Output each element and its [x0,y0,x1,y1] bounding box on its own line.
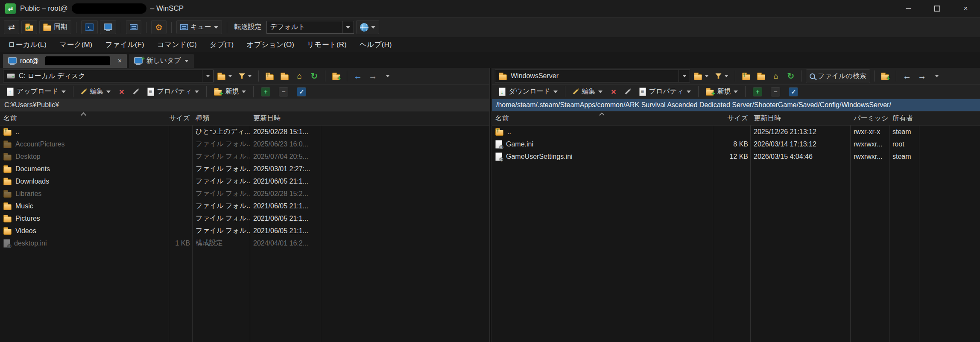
swap-panels-button[interactable]: ⇄ [4,20,19,34]
column-header-modified[interactable]: 更新日時 [250,111,321,125]
remote-delete-button[interactable]: × [607,86,620,98]
column-header-permissions[interactable]: パーミッシ... [850,111,889,125]
file-row[interactable]: Desktopファイル フォル...2025/07/04 20:5... [0,150,489,163]
remote-invert-selection-button[interactable]: ✓ [785,86,802,98]
maximize-button[interactable] [923,0,951,17]
download-icon [499,88,506,96]
remote-bookmark-directory-button[interactable] [878,70,892,82]
toolbar-separator [874,70,875,82]
menu-options[interactable]: オプション(O) [240,37,301,52]
session-tab[interactable]: root@ × [3,54,127,68]
putty-button[interactable] [100,20,116,34]
file-row[interactable]: ..2025/12/26 21:13:12rwxr-xr-xsteam [492,126,980,138]
column-header-type[interactable]: 種類 [192,111,250,125]
menu-commands[interactable]: コマンド(C) [151,37,203,52]
remote-back-button[interactable]: ← [900,70,914,82]
download-button[interactable]: ダウンロード [495,86,562,98]
remote-parent-directory-button[interactable] [739,70,753,82]
local-bookmark-directory-button[interactable] [329,70,343,82]
queue-button[interactable]: キュー [176,20,222,34]
chevron-down-icon [214,26,218,29]
local-root-directory-button[interactable] [278,70,291,82]
local-open-directory-button[interactable] [215,70,235,82]
file-row[interactable]: Documentsファイル フォル...2025/03/01 2:27:... [0,163,489,175]
cell-filler [321,212,489,225]
menu-help[interactable]: ヘルプ(H) [353,37,398,52]
local-parent-directory-button[interactable] [263,70,276,82]
remote-root-directory-button[interactable] [754,70,768,82]
column-header-owner[interactable]: 所有者 [889,111,919,125]
column-header-modified[interactable]: 更新日時 [750,111,850,125]
remote-properties-button[interactable]: プロパティ [635,86,695,98]
local-select-remove-button[interactable]: − [275,86,292,98]
local-invert-selection-button[interactable]: ✓ [293,86,310,98]
new-tab-button[interactable]: 新しいタブ [129,54,194,68]
menu-mark[interactable]: マーク(M) [53,37,99,52]
close-tab-icon[interactable]: × [118,57,122,65]
column-header-size[interactable]: サイズ [169,111,192,125]
file-row[interactable]: Musicファイル フォル...2021/06/05 21:1... [0,200,489,212]
arrow-right-icon: → [918,72,926,80]
file-row[interactable]: Videosファイル フォル...2021/06/05 21:1... [0,225,489,237]
menu-local[interactable]: ローカル(L) [2,37,53,52]
local-properties-button[interactable]: プロパティ [143,86,203,98]
remote-path-bar[interactable]: /home/steam/.steam/SteamApps/common/ARK … [492,99,980,111]
remote-rename-button[interactable] [621,86,635,98]
remote-refresh-button[interactable]: ↻ [784,70,798,82]
upload-button[interactable]: アップロード [3,86,70,98]
remote-select-add-button[interactable]: + [749,86,766,98]
close-button[interactable]: × [951,0,980,17]
synchronize-browsing-button[interactable]: 同期 [39,20,71,34]
file-row[interactable]: ..ひとつ上のディ...2025/02/28 15:1... [0,126,489,138]
file-name: Videos [15,227,36,235]
file-row[interactable]: Game.ini8 KB2026/03/14 17:13:12rwxrwxr..… [492,138,980,150]
cell-modified: 2025/02/28 15:1... [250,126,321,138]
local-history-dropdown[interactable] [381,70,395,82]
file-row[interactable]: desktop.ini1 KB構成設定2024/04/01 16:2... [0,237,489,249]
cell-size [169,138,192,150]
local-forward-button[interactable]: → [366,70,380,82]
local-drive-selector[interactable]: C: ローカル ディスク [3,70,214,82]
local-new-button[interactable]: 新規 [210,86,250,98]
file-row[interactable]: GameUserSettings.ini12 KB2026/03/15 4:04… [492,150,980,163]
minimize-button[interactable]: ─ [894,0,923,17]
remote-directory-selector[interactable]: WindowsServer [495,70,690,82]
remote-history-dropdown[interactable] [930,70,944,82]
console-icon: ›_ [85,23,94,31]
local-refresh-button[interactable]: ↻ [307,70,321,82]
local-delete-button[interactable]: × [115,86,128,98]
file-row[interactable]: Downloadsファイル フォル...2021/06/05 21:1... [0,175,489,187]
remote-edit-button[interactable]: 編集 [569,86,606,98]
transfer-settings-combo[interactable]: デフォルト [266,21,354,34]
local-back-button[interactable]: ← [351,70,365,82]
file-row[interactable]: Picturesファイル フォル...2021/06/05 21:1... [0,212,489,225]
remote-new-button[interactable]: 新規 [702,86,742,98]
find-files-button[interactable]: ファイルの検索 [806,69,870,83]
console-button[interactable]: ›_ [81,20,98,34]
transfer-options-button[interactable] [356,20,379,34]
remote-forward-button[interactable]: → [915,70,929,82]
column-header-size[interactable]: サイズ [713,111,750,125]
background-transfers-button[interactable] [126,20,141,34]
local-path-bar[interactable]: C:¥Users¥Public¥ [0,99,489,111]
remote-filter-button[interactable] [713,70,731,82]
remote-select-remove-button[interactable]: − [767,86,784,98]
local-edit-button[interactable]: 編集 [77,86,114,98]
file-row[interactable]: Librariesファイル フォル...2025/02/28 15:2... [0,187,489,200]
synchronize-button[interactable] [21,20,37,34]
properties-label: プロパティ [157,87,192,96]
local-home-directory-button[interactable]: ⌂ [293,70,306,82]
file-row[interactable]: AccountPicturesファイル フォル...2025/06/23 16:… [0,138,489,150]
remote-command-toolbar: ダウンロード 編集 × プロパティ 新規 + − ✓ [492,85,980,99]
file-name: Desktop [15,153,41,161]
preferences-button[interactable]: ⚙ [151,20,167,34]
remote-home-directory-button[interactable]: ⌂ [769,70,783,82]
menu-remote[interactable]: リモート(R) [301,37,353,52]
local-rename-button[interactable] [129,86,143,98]
menu-file[interactable]: ファイル(F) [99,37,150,52]
local-select-add-button[interactable]: + [257,86,274,98]
menu-tabs[interactable]: タブ(T) [203,37,240,52]
remote-open-directory-button[interactable] [691,70,711,82]
swap-panels-icon: ⇄ [8,23,15,31]
local-filter-button[interactable] [236,70,255,82]
